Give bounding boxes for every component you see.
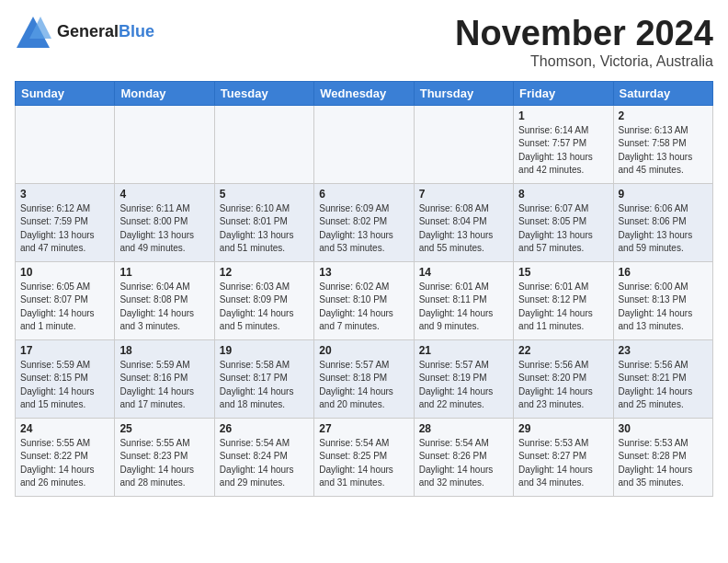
table-row: 2Sunrise: 6:13 AM Sunset: 7:58 PM Daylig… — [613, 105, 712, 183]
day-number: 9 — [619, 188, 708, 201]
month-title: November 2024 — [455, 15, 713, 53]
day-info: Sunrise: 6:02 AM Sunset: 8:10 PM Dayligh… — [319, 281, 408, 334]
day-number: 29 — [518, 422, 608, 435]
day-number: 25 — [119, 422, 209, 435]
day-number: 16 — [619, 266, 708, 279]
header-tuesday: Tuesday — [214, 81, 313, 105]
day-number: 30 — [619, 422, 708, 435]
table-row: 6Sunrise: 6:09 AM Sunset: 8:02 PM Daylig… — [314, 183, 414, 261]
day-info: Sunrise: 5:53 AM Sunset: 8:28 PM Dayligh… — [619, 437, 708, 490]
header-friday: Friday — [514, 81, 613, 105]
day-info: Sunrise: 6:10 AM Sunset: 8:01 PM Dayligh… — [220, 202, 309, 256]
table-row: 4Sunrise: 6:11 AM Sunset: 8:00 PM Daylig… — [115, 183, 214, 261]
day-number: 6 — [319, 188, 408, 201]
table-row: 24Sunrise: 5:55 AM Sunset: 8:22 PM Dayli… — [16, 418, 115, 496]
calendar-table: Sunday Monday Tuesday Wednesday Thursday… — [15, 81, 713, 497]
day-info: Sunrise: 6:13 AM Sunset: 7:58 PM Dayligh… — [619, 124, 708, 178]
day-number: 10 — [20, 266, 109, 279]
logo-icon — [15, 15, 51, 50]
location-subtitle: Thomson, Victoria, Australia — [455, 53, 713, 70]
day-info: Sunrise: 6:12 AM Sunset: 7:59 PM Dayligh… — [20, 202, 109, 256]
table-row: 7Sunrise: 6:08 AM Sunset: 8:04 PM Daylig… — [414, 183, 513, 261]
table-row: 20Sunrise: 5:57 AM Sunset: 8:18 PM Dayli… — [314, 339, 414, 418]
day-number: 7 — [419, 188, 508, 201]
table-row: 14Sunrise: 6:01 AM Sunset: 8:11 PM Dayli… — [414, 261, 513, 339]
day-info: Sunrise: 6:08 AM Sunset: 8:04 PM Dayligh… — [419, 202, 508, 256]
day-number: 26 — [220, 422, 309, 435]
table-row: 21Sunrise: 5:57 AM Sunset: 8:19 PM Dayli… — [414, 339, 513, 418]
table-row: 1Sunrise: 6:14 AM Sunset: 7:57 PM Daylig… — [514, 105, 613, 183]
table-row — [16, 105, 115, 183]
table-row: 9Sunrise: 6:06 AM Sunset: 8:06 PM Daylig… — [613, 183, 712, 261]
table-row: 25Sunrise: 5:55 AM Sunset: 8:23 PM Dayli… — [115, 418, 214, 496]
table-row: 23Sunrise: 5:56 AM Sunset: 8:21 PM Dayli… — [613, 339, 712, 418]
calendar-week-row: 17Sunrise: 5:59 AM Sunset: 8:15 PM Dayli… — [16, 339, 713, 418]
table-row: 5Sunrise: 6:10 AM Sunset: 8:01 PM Daylig… — [214, 183, 313, 261]
day-info: Sunrise: 6:04 AM Sunset: 8:08 PM Dayligh… — [119, 281, 209, 334]
day-info: Sunrise: 6:06 AM Sunset: 8:06 PM Dayligh… — [619, 202, 708, 256]
logo: GeneralBlue — [15, 15, 154, 50]
day-number: 21 — [419, 344, 508, 357]
table-row: 27Sunrise: 5:54 AM Sunset: 8:25 PM Dayli… — [314, 418, 414, 496]
table-row: 19Sunrise: 5:58 AM Sunset: 8:17 PM Dayli… — [214, 339, 313, 418]
table-row: 29Sunrise: 5:53 AM Sunset: 8:27 PM Dayli… — [514, 418, 613, 496]
table-row: 11Sunrise: 6:04 AM Sunset: 8:08 PM Dayli… — [115, 261, 214, 339]
calendar-week-row: 3Sunrise: 6:12 AM Sunset: 7:59 PM Daylig… — [16, 183, 713, 261]
table-row — [414, 105, 513, 183]
table-row — [314, 105, 414, 183]
day-info: Sunrise: 5:59 AM Sunset: 8:16 PM Dayligh… — [119, 359, 209, 412]
day-number: 2 — [619, 109, 708, 122]
header-thursday: Thursday — [414, 81, 513, 105]
table-row: 15Sunrise: 6:01 AM Sunset: 8:12 PM Dayli… — [514, 261, 613, 339]
day-info: Sunrise: 5:55 AM Sunset: 8:23 PM Dayligh… — [119, 437, 209, 490]
table-row: 10Sunrise: 6:05 AM Sunset: 8:07 PM Dayli… — [16, 261, 115, 339]
calendar-week-row: 1Sunrise: 6:14 AM Sunset: 7:57 PM Daylig… — [16, 105, 713, 183]
day-number: 27 — [319, 422, 408, 435]
table-row: 26Sunrise: 5:54 AM Sunset: 8:24 PM Dayli… — [214, 418, 313, 496]
table-row: 18Sunrise: 5:59 AM Sunset: 8:16 PM Dayli… — [115, 339, 214, 418]
table-row: 13Sunrise: 6:02 AM Sunset: 8:10 PM Dayli… — [314, 261, 414, 339]
day-info: Sunrise: 6:05 AM Sunset: 8:07 PM Dayligh… — [20, 281, 109, 334]
day-info: Sunrise: 5:54 AM Sunset: 8:24 PM Dayligh… — [220, 437, 309, 490]
day-info: Sunrise: 5:56 AM Sunset: 8:21 PM Dayligh… — [619, 359, 708, 412]
day-info: Sunrise: 5:55 AM Sunset: 8:22 PM Dayligh… — [20, 437, 109, 490]
day-number: 28 — [419, 422, 508, 435]
table-row: 12Sunrise: 6:03 AM Sunset: 8:09 PM Dayli… — [214, 261, 313, 339]
day-number: 1 — [518, 109, 608, 122]
day-number: 20 — [319, 344, 408, 357]
day-number: 23 — [619, 344, 708, 357]
day-info: Sunrise: 5:57 AM Sunset: 8:18 PM Dayligh… — [319, 359, 408, 412]
day-info: Sunrise: 6:14 AM Sunset: 7:57 PM Dayligh… — [518, 124, 608, 178]
day-info: Sunrise: 6:09 AM Sunset: 8:02 PM Dayligh… — [319, 202, 408, 256]
day-info: Sunrise: 6:00 AM Sunset: 8:13 PM Dayligh… — [619, 281, 708, 334]
logo-blue: Blue — [119, 22, 154, 40]
day-number: 22 — [518, 344, 608, 357]
day-info: Sunrise: 6:01 AM Sunset: 8:11 PM Dayligh… — [419, 281, 508, 334]
table-row: 3Sunrise: 6:12 AM Sunset: 7:59 PM Daylig… — [16, 183, 115, 261]
table-row: 28Sunrise: 5:54 AM Sunset: 8:26 PM Dayli… — [414, 418, 513, 496]
day-number: 14 — [419, 266, 508, 279]
header-saturday: Saturday — [613, 81, 712, 105]
day-info: Sunrise: 5:53 AM Sunset: 8:27 PM Dayligh… — [518, 437, 608, 490]
title-block: November 2024 Thomson, Victoria, Austral… — [455, 15, 713, 70]
day-info: Sunrise: 5:56 AM Sunset: 8:20 PM Dayligh… — [518, 359, 608, 412]
table-row: 30Sunrise: 5:53 AM Sunset: 8:28 PM Dayli… — [613, 418, 712, 496]
day-number: 11 — [119, 266, 209, 279]
calendar-header-row: Sunday Monday Tuesday Wednesday Thursday… — [16, 81, 713, 105]
table-row: 8Sunrise: 6:07 AM Sunset: 8:05 PM Daylig… — [514, 183, 613, 261]
day-number: 4 — [119, 188, 209, 201]
table-row — [214, 105, 313, 183]
day-number: 5 — [220, 188, 309, 201]
day-info: Sunrise: 5:54 AM Sunset: 8:26 PM Dayligh… — [419, 437, 508, 490]
day-number: 13 — [319, 266, 408, 279]
day-number: 17 — [20, 344, 109, 357]
day-number: 3 — [20, 188, 109, 201]
day-number: 8 — [518, 188, 608, 201]
table-row — [115, 105, 214, 183]
day-info: Sunrise: 6:11 AM Sunset: 8:00 PM Dayligh… — [119, 202, 209, 256]
calendar-week-row: 10Sunrise: 6:05 AM Sunset: 8:07 PM Dayli… — [16, 261, 713, 339]
day-number: 24 — [20, 422, 109, 435]
day-number: 15 — [518, 266, 608, 279]
logo-general: General — [57, 22, 119, 40]
header-sunday: Sunday — [16, 81, 115, 105]
